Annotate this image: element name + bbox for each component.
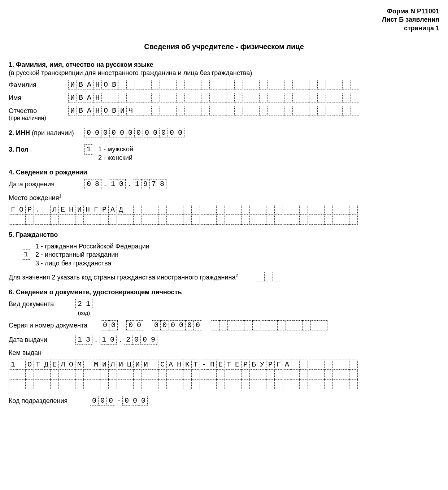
section-4-heading: 4. Сведения о рождении xyxy=(9,169,439,176)
birthplace-label: Место рождения1 xyxy=(9,194,439,202)
birthplace-line1[interactable]: ГОР. ЛЕНИНГРАД xyxy=(9,205,439,215)
birthdate-month[interactable]: 10 xyxy=(109,179,126,189)
birthdate-row: Дата рождения 08 . 10 . 1978 xyxy=(9,179,439,189)
series-groups[interactable]: 0000000000 xyxy=(101,320,327,330)
issuer-line3[interactable] xyxy=(9,379,439,389)
form-header: Форма N Р11001 Лист Б заявления страница… xyxy=(9,7,439,32)
section-1-note: (в русской транскрипции для иностранного… xyxy=(9,69,439,77)
section-6-heading: 6. Сведения о документе, удостоверяющем … xyxy=(9,289,439,296)
citizenship-country-note: Для значения 2 указать код страны гражда… xyxy=(9,273,238,281)
form-page: страница 1 xyxy=(9,24,439,32)
sex-label: 3. Пол xyxy=(9,144,84,153)
issue-day[interactable]: 13 xyxy=(75,335,92,345)
firstname-row: Имя ИВАН xyxy=(9,93,439,103)
lastname-cells[interactable]: ИВАНОВ xyxy=(68,80,359,90)
lastname-label: Фамилия xyxy=(9,80,68,89)
birthdate-day[interactable]: 08 xyxy=(84,179,101,189)
doctype-code-note: (код) xyxy=(75,310,92,316)
issue-month[interactable]: 10 xyxy=(100,335,117,345)
lastname-row: Фамилия ИВАНОВ xyxy=(9,80,439,90)
issue-year[interactable]: 2009 xyxy=(124,335,157,345)
issuer-label: Кем выдан xyxy=(9,349,439,357)
citizenship-legend: 1 - гражданин Российской Федерации 2 - и… xyxy=(35,242,149,268)
citizenship-row: 1 1 - гражданин Российской Федерации 2 -… xyxy=(9,242,439,268)
issue-date-label: Дата выдачи xyxy=(9,335,75,344)
sex-cell[interactable]: 1 xyxy=(84,144,93,155)
sex-row: 3. Пол 1 1 - мужской 2 - женский xyxy=(9,144,439,162)
patronymic-cells[interactable]: ИВАНОВИЧ xyxy=(68,106,359,116)
birthdate-year[interactable]: 1978 xyxy=(133,179,166,189)
section-5-heading: 5. Гражданство xyxy=(9,231,439,239)
dept-g1[interactable]: 000 xyxy=(90,396,115,406)
doctype-label: Вид документа xyxy=(9,299,75,308)
birthplace-line2[interactable] xyxy=(9,214,439,225)
page-title: Сведения об учредителе - физическом лице xyxy=(9,43,439,51)
dept-row: Код подразделения 000 - 000 xyxy=(9,396,439,406)
birthdate-label: Дата рождения xyxy=(9,179,84,188)
citizenship-country-cells[interactable] xyxy=(256,272,281,282)
inn-label: 2. ИНН (при наличии) xyxy=(9,128,84,137)
firstname-cells[interactable]: ИВАН xyxy=(68,93,359,103)
form-sheet: Лист Б заявления xyxy=(9,16,439,24)
section-1-heading: 1. Фамилия, имя, отчество на русском язы… xyxy=(9,61,439,69)
date-sep-1: . xyxy=(101,180,109,188)
dept-g2[interactable]: 000 xyxy=(122,396,148,406)
citizenship-cell[interactable]: 1 xyxy=(22,250,30,260)
issue-date-row: Дата выдачи 13 . 10 . 2009 xyxy=(9,335,439,345)
patronymic-label: Отчество (при наличии) xyxy=(9,106,68,121)
inn-cells[interactable]: 000000000000 xyxy=(84,128,184,138)
form-number: Форма N Р11001 xyxy=(9,7,439,16)
doctype-cells[interactable]: 21 xyxy=(75,299,92,309)
issuer-line1[interactable]: 1 ОТДЕЛОМ МИЛИЦИИ САНКТ-ПЕТЕРБУРГА xyxy=(9,360,439,370)
firstname-label: Имя xyxy=(9,93,68,102)
citizenship-country-row: Для значения 2 указать код страны гражда… xyxy=(9,272,439,282)
sex-legend: 1 - мужской 2 - женский xyxy=(98,144,133,162)
date-sep-2: . xyxy=(126,180,133,188)
doctype-row: Вид документа 21 (код) xyxy=(9,299,439,316)
series-label: Серия и номер документа xyxy=(9,320,101,329)
inn-row: 2. ИНН (при наличии) 000000000000 xyxy=(9,128,439,138)
patronymic-row: Отчество (при наличии) ИВАНОВИЧ xyxy=(9,106,439,121)
dept-label: Код подразделения xyxy=(9,396,90,405)
issuer-line2[interactable] xyxy=(9,369,439,380)
series-row: Серия и номер документа 0000000000 xyxy=(9,320,439,330)
